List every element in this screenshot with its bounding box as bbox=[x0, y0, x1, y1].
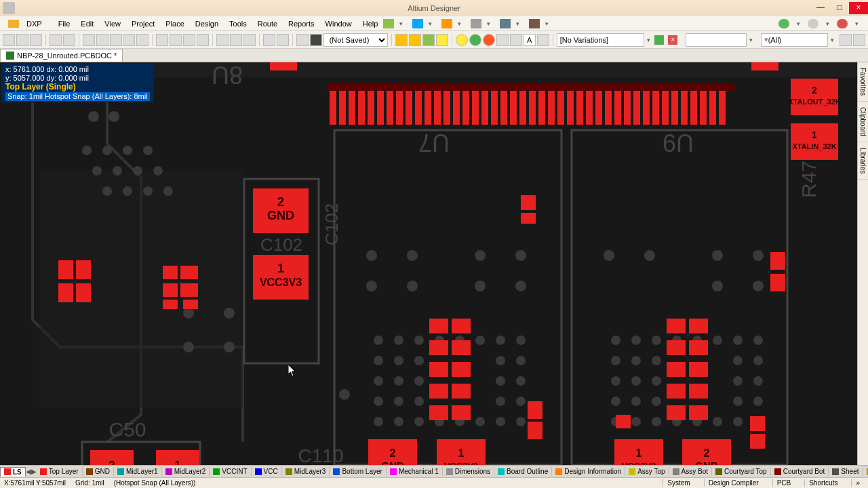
route-icon[interactable] bbox=[422, 34, 435, 46]
menu-window[interactable]: Window bbox=[320, 18, 357, 29]
tool-icon[interactable] bbox=[83, 34, 95, 46]
document-tab[interactable]: NBP-28_Unrouted.PCBDOC * bbox=[0, 49, 123, 62]
menu-route[interactable]: Route bbox=[252, 18, 283, 29]
preview-icon[interactable] bbox=[63, 34, 75, 46]
svg-rect-164 bbox=[429, 319, 448, 333]
layer-tab-assy-top[interactable]: Assy Top bbox=[625, 467, 669, 476]
panel-system[interactable]: System bbox=[663, 479, 694, 487]
tool-icon[interactable] bbox=[243, 34, 256, 46]
layer-nav-left[interactable]: ◀ bbox=[26, 468, 31, 475]
menu-dxp[interactable]: DXP bbox=[3, 18, 53, 29]
menu-file[interactable]: File bbox=[53, 18, 76, 29]
svg-rect-163 bbox=[770, 274, 785, 291]
close-button[interactable]: × bbox=[849, 2, 868, 14]
layer-set-button[interactable]: LS bbox=[0, 467, 26, 476]
new-icon[interactable] bbox=[3, 34, 15, 46]
layer-tab-mech1[interactable]: Mechanical 1 bbox=[387, 467, 443, 476]
maximize-button[interactable]: □ bbox=[830, 2, 849, 14]
tool-icon[interactable] bbox=[110, 34, 122, 46]
toolbar-icon[interactable] bbox=[471, 19, 481, 28]
menu-help[interactable]: Help bbox=[357, 18, 384, 29]
tool-icon[interactable] bbox=[296, 34, 309, 46]
minimize-button[interactable]: — bbox=[811, 2, 830, 14]
shape-icon[interactable] bbox=[469, 34, 481, 46]
paste-icon[interactable] bbox=[183, 34, 195, 46]
layer-tab-gnd[interactable]: GND bbox=[83, 467, 114, 476]
layer-tab-courtyard-top[interactable]: Courtyard Top bbox=[712, 467, 771, 476]
tool-icon[interactable] bbox=[136, 34, 149, 46]
menu-tools[interactable]: Tools bbox=[224, 18, 252, 29]
panel-clipboard[interactable]: Clipboard bbox=[858, 102, 868, 142]
layer-tab-sheet[interactable]: Sheet bbox=[829, 467, 863, 476]
toolbar-icon[interactable] bbox=[529, 19, 540, 28]
shape-icon[interactable] bbox=[510, 34, 522, 46]
panel-design-compiler[interactable]: Design Compiler bbox=[704, 479, 763, 487]
menu-design[interactable]: Design bbox=[190, 18, 224, 29]
menu-view[interactable]: View bbox=[99, 18, 126, 29]
layer-tab-vccint[interactable]: VCCINT bbox=[210, 467, 251, 476]
layer-tab-mid1[interactable]: MidLayer1 bbox=[114, 467, 162, 476]
toolbar-icon[interactable] bbox=[412, 19, 423, 28]
shape-icon[interactable] bbox=[456, 34, 468, 46]
layer-tab-dimensions[interactable]: Dimensions bbox=[443, 467, 494, 476]
toolbar-icon[interactable] bbox=[383, 19, 394, 28]
svg-point-76 bbox=[374, 376, 383, 386]
not-saved-combo[interactable]: (Not Saved) bbox=[323, 33, 389, 47]
tool-icon[interactable] bbox=[230, 34, 242, 46]
combo-empty[interactable] bbox=[686, 33, 747, 47]
menu-reports[interactable]: Reports bbox=[283, 18, 320, 29]
print-icon[interactable] bbox=[50, 34, 62, 46]
route-icon[interactable] bbox=[436, 34, 448, 46]
panel-more-icon[interactable]: » bbox=[851, 479, 864, 487]
nav-home-icon[interactable] bbox=[837, 19, 848, 28]
filter-combo[interactable]: ▾ (All) bbox=[761, 33, 829, 47]
text-icon[interactable]: A bbox=[524, 34, 536, 46]
filter-icon[interactable] bbox=[840, 34, 852, 46]
heads-up-display: x: 5761.000 dx: 0.000 mil y: 5057.000 dy… bbox=[1, 64, 154, 102]
layer-tab-mid3[interactable]: MidLayer3 bbox=[282, 467, 330, 476]
tool-icon[interactable] bbox=[96, 34, 108, 46]
layer-tab-mid2[interactable]: MidLayer2 bbox=[162, 467, 210, 476]
layer-tab-bottom[interactable]: Bottom Layer bbox=[330, 467, 386, 476]
tool-icon[interactable] bbox=[310, 34, 322, 46]
shape-icon[interactable] bbox=[483, 34, 495, 46]
layer-nav-right[interactable]: ▶ bbox=[31, 468, 37, 475]
svg-text:U9: U9 bbox=[663, 129, 694, 157]
route-icon[interactable] bbox=[395, 34, 408, 46]
panel-favorites[interactable]: Favorites bbox=[858, 62, 868, 102]
pcb-canvas[interactable]: x: 5761.000 dx: 0.000 mil y: 5057.000 dy… bbox=[0, 62, 868, 465]
layer-tab-vcc[interactable]: VCC bbox=[252, 467, 282, 476]
tool-icon[interactable] bbox=[216, 34, 229, 46]
undo-icon[interactable] bbox=[263, 34, 275, 46]
menu-project[interactable]: Project bbox=[126, 18, 160, 29]
toolbar-icon[interactable] bbox=[441, 19, 452, 28]
menu-edit[interactable]: Edit bbox=[75, 18, 99, 29]
copy-icon[interactable] bbox=[170, 34, 182, 46]
layer-tab-sheet-mirror[interactable]: Sheet Mirror bbox=[863, 467, 869, 476]
filter-icon[interactable] bbox=[853, 34, 865, 46]
panel-shortcuts[interactable]: Shortcuts bbox=[804, 479, 842, 487]
tool-icon[interactable] bbox=[123, 34, 136, 46]
layer-tab-board-outline[interactable]: Board Outline bbox=[494, 467, 552, 476]
svg-point-112 bbox=[753, 356, 763, 365]
nav-back-icon[interactable] bbox=[778, 19, 789, 28]
shape-icon[interactable] bbox=[496, 34, 509, 46]
cut-icon[interactable] bbox=[156, 34, 168, 46]
layer-tab-courtyard-bot[interactable]: Courtyard Bot bbox=[771, 467, 829, 476]
layer-tab-design-info[interactable]: Design Information bbox=[552, 467, 625, 476]
variations-combo[interactable]: [No Variations] bbox=[557, 33, 645, 47]
shape-icon[interactable] bbox=[537, 34, 549, 46]
save-icon[interactable] bbox=[30, 34, 42, 46]
clear-variation-icon[interactable]: × bbox=[668, 35, 677, 45]
panel-pcb[interactable]: PCB bbox=[772, 479, 795, 487]
nav-forward-icon[interactable] bbox=[808, 19, 818, 28]
tool-icon[interactable] bbox=[197, 34, 209, 46]
route-icon[interactable] bbox=[409, 34, 421, 46]
open-icon[interactable] bbox=[16, 34, 28, 46]
layer-tab-assy-bot[interactable]: Assy Bot bbox=[669, 467, 712, 476]
redo-icon[interactable] bbox=[277, 34, 289, 46]
panel-libraries[interactable]: Libraries bbox=[858, 142, 868, 180]
toolbar-icon[interactable] bbox=[500, 19, 511, 28]
menu-place[interactable]: Place bbox=[160, 18, 190, 29]
layer-tab-top[interactable]: Top Layer bbox=[37, 467, 83, 476]
